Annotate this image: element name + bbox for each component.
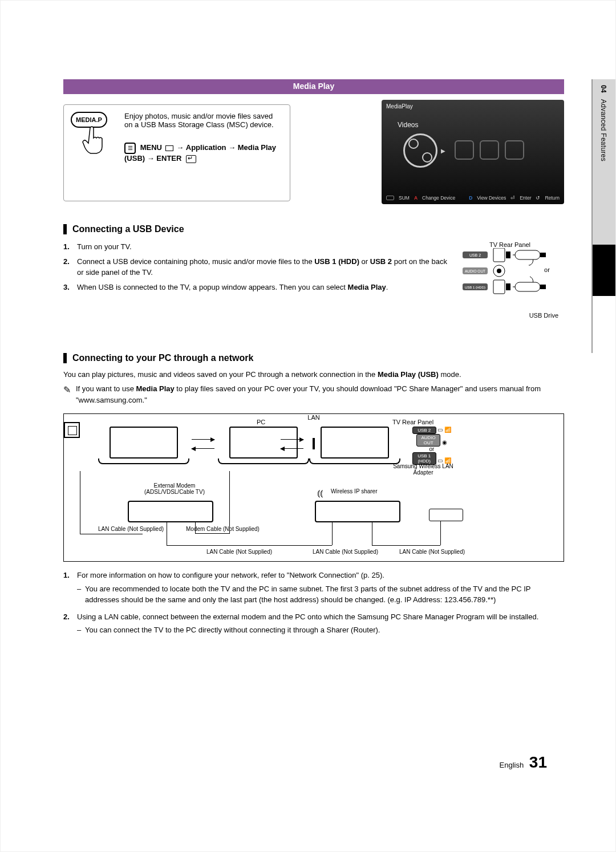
film-reel-icon xyxy=(403,133,437,168)
nd-port-audio: AUDIO OUT xyxy=(416,434,440,447)
router-icon xyxy=(315,501,400,522)
nd-router-label: Wireless IP sharer xyxy=(331,488,378,494)
nd-adapter-text: Samsung Wireless LAN Adapter xyxy=(393,463,453,476)
page: 04 Advanced Features Media Play MEDIA.P … xyxy=(0,0,616,852)
nd-lan-cable-2: LAN Cable (Not Supplied) xyxy=(206,549,272,555)
laptop-pc-icon xyxy=(218,427,309,471)
tvshot-sum: SUM xyxy=(399,195,410,201)
network-intro: You can play pictures, music and videos … xyxy=(63,370,564,379)
usb-section-title: Connecting a USB Device xyxy=(63,224,564,234)
section-header-title: Media Play xyxy=(293,82,334,91)
network-substep: You are recommended to locate both the T… xyxy=(77,583,564,606)
svg-point-9 xyxy=(497,269,501,273)
menu-p3: ENTER xyxy=(156,154,181,163)
intro-block: MEDIA.P Enjoy photos, music and/or movie… xyxy=(63,104,564,207)
menu-button-icon xyxy=(165,145,173,151)
network-step: 1. For more information on how to config… xyxy=(63,570,564,606)
nd-adapter-label: Samsung Wireless LAN Adapter xyxy=(389,463,457,476)
nd-or: or xyxy=(398,447,466,452)
intro-desc: Enjoy photos, music and/or movie files s… xyxy=(124,112,274,129)
laptop-1-icon xyxy=(98,427,189,471)
tv-ports-icon: USB 2 ▭ 📶 AUDIO OUT ◉ or USB 1 (HDD) ▭ 📶 xyxy=(398,427,466,465)
cable-icon xyxy=(372,522,372,545)
tvshot-thumbnails xyxy=(449,140,524,161)
svg-rect-15 xyxy=(515,282,540,291)
svg-text:or: or xyxy=(544,266,550,273)
usb-content: 1. Turn on your TV.2. Connect a USB devi… xyxy=(63,241,564,319)
usb-step: 1. Turn on your TV. xyxy=(63,241,456,253)
usb-section-title-text: Connecting a USB Device xyxy=(72,224,184,234)
nd-lan-label: LAN xyxy=(64,414,564,421)
page-footer: English 31 xyxy=(500,753,547,772)
cable-icon xyxy=(440,521,441,545)
usb-fig-panel-label: TV Rear Panel xyxy=(456,241,564,248)
network-note-text: If you want to use Media Play to play fi… xyxy=(76,384,541,404)
network-diagram: PC TV Rear Panel LAN USB 2 ▭ 📶 AUDIO OUT… xyxy=(63,413,564,562)
svg-rect-4 xyxy=(515,250,540,259)
arrow-icon xyxy=(281,448,303,449)
enter-small-icon: ⏎ xyxy=(510,195,515,201)
section-header: Media Play xyxy=(63,79,564,94)
tvshot-footer: SUM A Change Device D View Devices ⏎ Ent… xyxy=(386,195,560,201)
nd-modem-sub: (ADSL/VDSL/Cable TV) xyxy=(144,489,205,495)
laptop-3-icon xyxy=(309,427,400,471)
svg-rect-2 xyxy=(493,248,505,262)
arrow-icon xyxy=(281,439,303,440)
usb-steps: 1. Turn on your TV.2. Connect a USB devi… xyxy=(63,241,456,319)
menu-p1: Application xyxy=(186,143,226,152)
tv-screenshot: MediaPlay Videos ▶ SUM A Change Device D… xyxy=(382,100,564,204)
svg-rect-5 xyxy=(540,253,546,257)
network-substep: You can connect the TV to the PC directl… xyxy=(77,624,564,636)
cable-icon xyxy=(332,522,333,545)
d-button-icon: D xyxy=(469,195,472,201)
chapter-section: Advanced Features xyxy=(599,99,607,161)
a-button-icon: A xyxy=(414,195,418,201)
wifi-icon: 📶 xyxy=(444,427,451,433)
network-section-title: Connecting to your PC through a network xyxy=(63,353,564,363)
svg-rect-14 xyxy=(506,283,510,290)
cable-icon xyxy=(229,471,230,534)
sum-icon xyxy=(386,196,394,200)
menu-path: ☰ MENU → Application → Media Play (USB) … xyxy=(124,143,283,163)
cable-icon xyxy=(372,545,440,546)
enter-icon xyxy=(186,155,196,163)
tvshot-view: View Devices xyxy=(477,195,506,201)
nd-lan-cable-1: LAN Cable (Not Supplied) xyxy=(98,526,164,532)
usb-step: 3. When USB is connected to the TV, a po… xyxy=(63,282,456,293)
usb-ports-icon: USB 2 AUDIO OUT or USB 1 (HDD) xyxy=(461,248,558,311)
wireless-waves-icon: ⦅⦅ xyxy=(317,488,323,498)
cable-icon xyxy=(167,545,332,546)
network-step: 2. Using a LAN cable, connect between th… xyxy=(63,611,564,636)
svg-text:AUDIO OUT: AUDIO OUT xyxy=(465,269,485,273)
nd-modem-text: External Modem xyxy=(154,482,196,489)
usb-drive-label: USB Drive xyxy=(456,312,564,319)
cable-icon xyxy=(167,522,167,545)
nd-modem-cable: Modem Cable (Not Supplied) xyxy=(186,526,260,532)
tvshot-title: MediaPlay xyxy=(386,103,560,109)
tvshot-change: Change Device xyxy=(422,195,455,201)
network-note: ✎ If you want to use Media Play to play … xyxy=(63,383,564,405)
modem-icon xyxy=(128,501,213,522)
tvshot-enter: Enter xyxy=(520,195,531,201)
nd-pc-label: PC xyxy=(257,419,265,425)
footer-page-number: 31 xyxy=(529,753,547,771)
arrow-icon xyxy=(192,439,214,440)
menu-icon: ☰ xyxy=(124,143,136,154)
nd-lan-cable-3: LAN Cable (Not Supplied) xyxy=(313,549,378,555)
nd-lan-cable-4: LAN Cable (Not Supplied) xyxy=(399,549,465,555)
network-steps: 1. For more information on how to config… xyxy=(63,570,564,636)
cable-icon xyxy=(80,471,81,534)
cable-icon xyxy=(80,534,143,534)
nd-tvpanel-label: TV Rear Panel xyxy=(392,419,433,425)
side-tab: 04 Advanced Features xyxy=(591,79,615,353)
return-icon: ↺ xyxy=(536,195,540,201)
svg-text:USB 2: USB 2 xyxy=(469,253,481,257)
lan-port-icon xyxy=(64,422,80,438)
wlan-adapter-icon xyxy=(429,509,463,521)
usb-step: 2. Connect a USB device containing photo… xyxy=(63,256,456,278)
arrow-icon xyxy=(192,448,214,449)
tvshot-tab: Videos xyxy=(398,121,560,129)
tvshot-return: Return xyxy=(545,195,560,201)
nd-modem-label: External Modem (ADSL/VDSL/Cable TV) xyxy=(129,482,220,495)
hand-icon xyxy=(79,124,111,156)
